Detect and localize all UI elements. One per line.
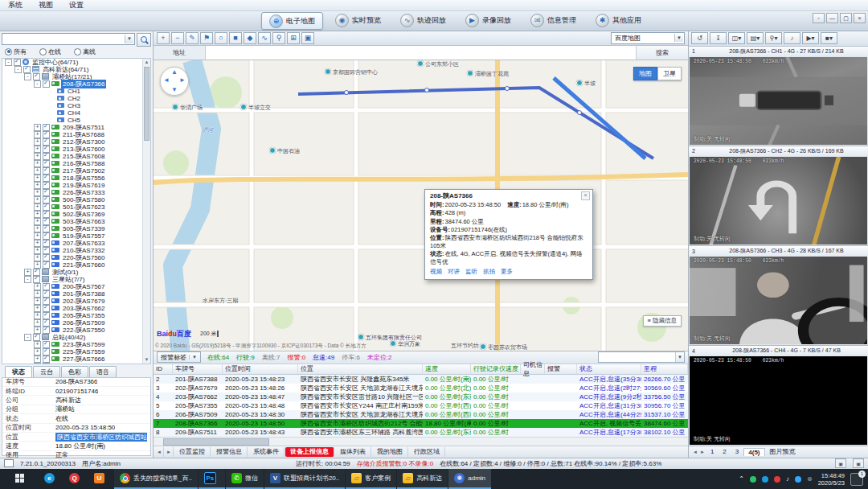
map-type-button[interactable]: 地图 [633,67,657,80]
video-tool-button[interactable]: ▶▾ [802,32,819,44]
expand-toggle-icon[interactable]: + [34,218,41,225]
main-tab[interactable]: ⊕ 电子地图 [261,12,323,30]
video-cell[interactable]: 3 208-陕AS7366 - CH3 - 4G - 28 KB/S / 167… [689,246,868,346]
map-tool-button[interactable]: ◆ [244,32,256,44]
main-tab[interactable]: ✱ 其他应用 [588,12,649,28]
main-tab[interactable]: ✉ 信息管理 [523,12,583,28]
expand-toggle-icon[interactable]: + [34,160,41,167]
bottom-tab[interactable]: 我的地图 [372,447,408,457]
expand-toggle-icon[interactable]: + [34,355,41,363]
vehicle-search-combo[interactable]: ▼ [2,33,135,45]
expand-toggle-icon[interactable]: + [34,348,41,355]
expand-toggle-icon[interactable]: + [34,203,41,211]
video-tab[interactable]: ► [699,450,706,454]
expand-toggle-icon[interactable]: - [5,59,12,66]
tray-close-icon[interactable]: ⊗ [807,475,813,483]
grid-header-cell[interactable]: 状态 [577,364,641,374]
map-tool-button[interactable]: − [171,32,184,44]
expand-toggle-icon[interactable]: + [34,211,41,218]
menu-item[interactable]: 设置 [69,0,84,10]
tree-item-label[interactable]: CH3 [66,102,82,109]
checkbox[interactable] [43,261,50,269]
window-control-button[interactable]: ▢ [840,13,852,23]
tree-item[interactable]: CH3 [2,102,150,109]
search-button[interactable] [137,33,151,47]
vehicle-search-input[interactable] [2,34,134,44]
video-screen[interactable]: 2020-05-23 15:48:50023km/h [690,57,867,145]
grid-header-cell[interactable]: 车牌号 [173,364,223,374]
expand-toggle-icon[interactable]: + [34,305,41,312]
map-tool-button[interactable]: ✎ [186,32,199,44]
tray-icon[interactable] [762,476,768,483]
video-tool-button[interactable]: ■▾ [821,32,837,44]
video-screen[interactable]: 2020-05-23 15:48:50023km/h [690,356,867,444]
sidebar-tab[interactable]: 色彩 [61,366,88,377]
filter-radio[interactable]: 离线 [74,47,96,56]
tray-icon[interactable] [795,476,801,483]
bottom-tab[interactable]: 系统事件 [248,447,285,457]
map-tool-button[interactable]: ∿ [258,32,271,44]
video-tool-button[interactable]: ▤▾ [747,32,764,44]
map-tool-button[interactable]: ⊞ [287,32,300,44]
menu-item[interactable]: 系统 [8,0,23,10]
map-type-button[interactable]: 卫星 [657,67,682,80]
taskbar-item[interactable]: e [39,469,63,489]
map-tool-button[interactable]: ▣ [301,32,314,44]
bottom-tab[interactable]: 媒体列表 [335,447,371,457]
grid-header-cell[interactable]: 位置 [298,364,423,374]
expand-toggle-icon[interactable]: + [34,232,41,240]
window-control-button[interactable]: ▫ [813,13,825,23]
expand-toggle-icon[interactable]: + [34,138,41,146]
video-tool-button[interactable]: ♪ [784,32,800,44]
video-cell[interactable]: 4 208-陕AS7366 - CH4 - 4G - 7 KB/S / 47 K… [689,346,868,446]
popup-action-link[interactable]: 监听 [465,268,477,276]
expand-toggle-icon[interactable]: + [34,312,41,319]
table-row[interactable]: 7 208-陕AS7366 2020-05-23 15:48:50 陕西省西安市… [154,419,688,428]
video-tab[interactable]: 图片预览 [766,447,800,456]
taskbar-item[interactable]: ▱ 客户案例 [346,469,396,489]
main-tab[interactable]: ◉ 实时预览 [328,12,388,28]
checkbox[interactable] [33,276,40,283]
expand-toggle-icon[interactable]: + [34,283,41,290]
expand-toggle-icon[interactable]: + [34,254,41,261]
table-row[interactable]: 5 205-陕AS7355 2020-05-23 15:48:48 陕西省西安市… [154,401,688,410]
tray-icon[interactable] [774,476,780,483]
main-tab[interactable]: ▶ 录像回放 [458,12,518,28]
taskbar-item[interactable]: Ps [199,469,225,489]
map-pan-control[interactable]: ▲▼◄► [160,67,189,96]
alarm-tag-button[interactable]: 报警标签 ▼ [157,351,201,363]
checkbox[interactable] [43,363,50,364]
grid-header-cell[interactable]: 位置时间 [223,364,298,374]
popup-action-link[interactable]: 抓拍 [483,268,495,276]
sidebar-tab[interactable]: 语音 [89,366,117,377]
expand-toggle-icon[interactable]: + [34,247,41,254]
popup-action-link[interactable]: 对讲 [448,268,460,276]
map-tool-button[interactable]: ■ [229,32,242,44]
expand-toggle-icon[interactable]: + [34,146,41,153]
grid-horizontal-scrollbar[interactable] [154,437,688,446]
map-provider-select[interactable]: 百度地图 ▼ [611,32,685,44]
expand-toggle-icon[interactable]: + [34,319,41,327]
main-tab[interactable]: ∿ 轨迹回放 [393,12,453,28]
tree-scrollbar[interactable]: ▲▼ [142,59,150,364]
notification-center-icon[interactable]: 1 [850,473,863,486]
expand-toggle-icon[interactable]: - [24,276,31,283]
tree-item[interactable]: CH1 [2,88,150,95]
grid-header-cell[interactable]: ID [154,364,173,374]
start-button[interactable] [0,469,39,489]
tree-item[interactable]: CH2 [2,95,150,102]
taskbar-item[interactable]: V 联盟招商计划书20.. [264,469,345,489]
table-row[interactable]: 3 202-陕AS7679 2020-05-23 15:48:26 陕西省西安市… [154,384,688,392]
grid-header-cell[interactable]: 行驶记录仪速度 [471,364,521,374]
video-tab[interactable]: ◄ [692,450,698,454]
expand-toggle-icon[interactable]: - [14,66,22,73]
grid-header-cell[interactable]: 速度 [423,364,471,374]
checkbox[interactable] [23,66,31,73]
taskbar-item[interactable]: ✆ 微信 [226,469,264,489]
video-cell[interactable]: 2 208-陕AS7366 - CH2 - 4G - 26 KB/S / 169… [689,146,868,246]
expand-toggle-icon[interactable]: + [24,269,31,276]
expand-toggle-icon[interactable]: + [34,341,41,348]
tree-item-label[interactable]: 506-陕AS7603 [61,362,106,364]
grid-filter-select[interactable]: ▼ [598,351,685,363]
bottom-tab[interactable]: ◄ [155,447,164,457]
